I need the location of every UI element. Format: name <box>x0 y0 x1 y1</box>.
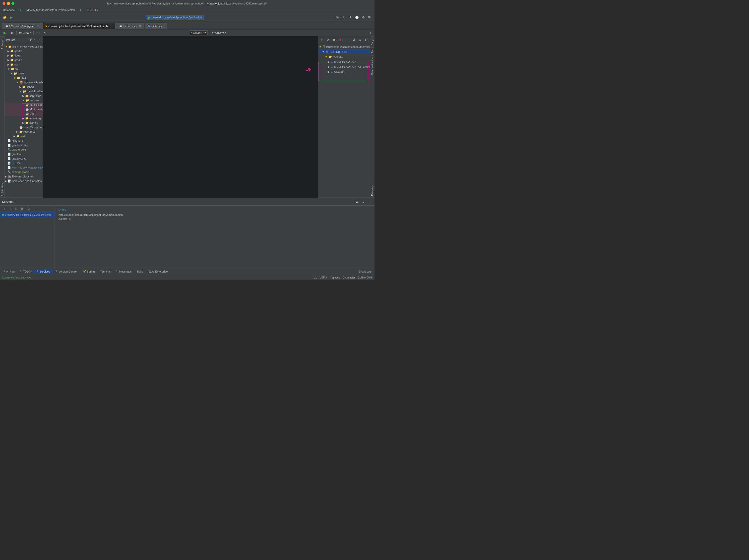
tab-close-server[interactable]: ✕ <box>139 25 141 27</box>
tree-test[interactable]: ▶ 📁 test <box>4 134 43 138</box>
tree-main[interactable]: ▼ 📁 main <box>4 71 43 76</box>
run-button[interactable]: ▶ <box>8 15 14 20</box>
bottom-tab-run[interactable]: 4: ▶ Run <box>1 269 17 274</box>
sidebar-close-icon[interactable]: − <box>37 38 41 42</box>
db-add-icon[interactable]: + <box>319 37 324 43</box>
right-tab-database[interactable]: Database <box>370 183 374 198</box>
maximize-button[interactable] <box>12 2 15 5</box>
vtab-project[interactable]: 1: Project <box>0 36 4 51</box>
bottom-tab-services[interactable]: 8: Services <box>34 269 52 274</box>
tree-multiplication[interactable]: ▼ 📁 multiplication <box>4 89 43 94</box>
tab-console[interactable]: ▶ console [jdbc:h2:tcp://localhost:9092/… <box>42 23 116 29</box>
sidebar-settings-icon[interactable]: ⚙ <box>28 38 33 42</box>
tree-java-version[interactable]: 📄 .java-version <box>4 143 43 147</box>
tree-gitignore[interactable]: 📄 .gitignore <box>4 138 43 143</box>
filter-icon[interactable]: ⊟ <box>367 30 372 36</box>
db-public[interactable]: ▼ 📂 PUBLIC <box>318 54 370 59</box>
tree-main-class[interactable]: ☕ LearnMicroservicesSpringboot <box>4 125 43 129</box>
tree-ext-libs[interactable]: ▶ 📚 External Libraries <box>4 174 43 179</box>
tree-gradlew[interactable]: 📄 gradlew <box>4 152 43 156</box>
info-tab[interactable]: ⓘ Info <box>58 207 371 211</box>
tab-close-console[interactable]: ✕ <box>110 25 112 27</box>
db-refresh-icon[interactable]: ↺ <box>325 37 331 43</box>
editor-content[interactable] <box>43 36 318 198</box>
svc-collapse-icon[interactable]: □ <box>1 206 6 211</box>
right-tab-cargo[interactable]: Cargo <box>370 36 374 47</box>
minimize-button[interactable] <box>7 2 10 5</box>
tree-java[interactable]: ▼ 📁 java <box>4 76 43 80</box>
tree-scratches[interactable]: ▶ 📝 Scratches and Consoles <box>4 179 43 183</box>
vtab-favorites[interactable]: 2: Favorites <box>0 181 4 198</box>
tree-gradle2[interactable]: ▶ 📁 gradle <box>4 58 43 62</box>
db-stop-icon[interactable]: ■ <box>338 37 343 43</box>
run-query-icon[interactable]: ▶ <box>2 30 7 36</box>
console-selector[interactable]: ■ console ▾ <box>212 31 226 35</box>
bottom-tab-build[interactable]: Build <box>134 269 145 274</box>
right-tab-bean-validation[interactable]: Bean Validation <box>370 55 374 77</box>
tree-repository[interactable]: ▶ 📁 repository <box>4 116 43 120</box>
tree-domain[interactable]: ▼ 📁 domain <box>4 98 43 103</box>
tree-multiplicationattempt-class[interactable]: ☕ MultiplicationAttempt <box>4 107 43 112</box>
tree-gradlew-bat[interactable]: 📄 gradlew.bat <box>4 156 43 161</box>
git-history-icon[interactable]: 🕐 <box>354 15 360 20</box>
tree-helpmd[interactable]: 📝 HELP.md <box>4 161 43 165</box>
db-jdbc-root[interactable]: ▼ 🗄 jdbc:h2:tcp://localhost:9092/mem:tes… <box>318 44 370 49</box>
tree-user-class[interactable]: ☕ User <box>4 112 43 116</box>
tree-config[interactable]: ▶ 📁 config <box>4 85 43 89</box>
tab-h2serverconfig[interactable]: ☕ H2ServerConfig.java ✕ <box>2 23 42 29</box>
db-settings-icon[interactable]: ⚙ <box>351 37 357 43</box>
tab-close-h2[interactable]: ✕ <box>37 25 39 27</box>
services-gear2-icon[interactable]: ≡ <box>361 199 366 205</box>
sidebar-layout-icon[interactable]: ≡ <box>33 38 37 42</box>
git-update-icon[interactable]: ⬇ <box>341 15 347 20</box>
svc-group-icon[interactable]: ⊞ <box>14 206 19 211</box>
tree-idea[interactable]: ▶ 📁 .idea <box>4 53 43 58</box>
db-sync-icon[interactable]: ⇄ <box>331 37 337 43</box>
redo-icon[interactable]: ↪ <box>43 30 48 36</box>
tree-controller[interactable]: ▶ 📁 controller <box>4 94 43 98</box>
db-filter-icon[interactable]: ⊟ <box>364 37 369 43</box>
bottom-tab-terminal[interactable]: Terminal <box>98 269 113 274</box>
tree-iml[interactable]: 📄 learn-microservices-springboot.iml <box>4 165 43 170</box>
tree-resources[interactable]: ▶ 📁 resources <box>4 129 43 134</box>
tree-gradle1[interactable]: ▶ 📁 gradle <box>4 49 43 53</box>
right-tab-ant[interactable]: Ant <box>370 47 374 55</box>
search-icon[interactable]: 🔍 <box>367 15 372 20</box>
bottom-tab-spring[interactable]: 🌱 Spring <box>81 269 98 274</box>
project-icon[interactable]: 📁 <box>2 15 7 20</box>
db-layout-icon[interactable]: ≡ <box>357 37 363 43</box>
bottom-tab-java-enterprise[interactable]: Java Enterprise <box>146 269 170 274</box>
tree-root[interactable]: ▼ 📁 learn-microservices-springboot ~/git… <box>4 44 43 49</box>
bottom-tab-event-log[interactable]: Event Log <box>356 269 373 274</box>
db-multiplication-table[interactable]: ▶ ⊞ MULTIPLICATION <box>318 59 370 64</box>
tab-database[interactable]: 🗄 Database <box>145 23 167 29</box>
tx-dropdown[interactable]: ▾ <box>30 31 31 34</box>
svc-filter-icon[interactable]: ▷ <box>20 206 25 211</box>
bottom-tab-todo[interactable]: 6: TODO <box>18 269 34 274</box>
svc-expand-icon[interactable]: ↕ <box>7 206 13 211</box>
bottom-tab-messages[interactable]: 0: Messages <box>113 269 134 274</box>
db-multiplication-attempt-table[interactable]: ▶ ⊞ MULTIPLICATION_ATTEMPT <box>318 64 370 69</box>
tree-multiplication-class[interactable]: ☕ Multiplication <box>4 103 43 107</box>
menu-jdbc[interactable]: jdbc:h2:tcp://localhost:9092/mem:testdb <box>26 8 76 12</box>
tree-settings-gradle[interactable]: 🔧 settings.gradle <box>4 170 43 174</box>
menu-database[interactable]: Database <box>2 8 16 12</box>
db-users-table[interactable]: ▶ ⊞ USERS <box>318 69 370 74</box>
git-push-icon[interactable]: ⬆ <box>348 15 353 20</box>
service-item-jdbc[interactable]: ■ jdbc:h2:tcp://localhost:9092/mem:testd… <box>0 212 55 218</box>
svc-more-icon[interactable]: ⋮ <box>32 206 38 211</box>
bottom-tab-vcs[interactable]: 9: Version Control <box>53 269 80 274</box>
svc-refresh-icon[interactable]: ↺ <box>26 206 31 211</box>
services-settings-icon[interactable]: ⚙ <box>354 199 360 205</box>
stop-icon[interactable]: ⏹ <box>9 30 15 36</box>
tree-src[interactable]: ▼ 📁 src <box>4 67 43 71</box>
schema-selector[interactable]: <schema> ▾ <box>189 30 208 35</box>
tree-out[interactable]: ▶ 📁 out <box>4 62 43 67</box>
run-app-button[interactable]: ▶ LearnMicroservicesSpringbootApplicatio… <box>146 15 204 20</box>
tree-build-gradle[interactable]: 🔧 build.gradle <box>4 147 43 152</box>
db-testdb[interactable]: ▼ 🏛 TESTDB 1 of 2 <box>318 49 370 54</box>
services-close-icon[interactable]: − <box>367 199 372 205</box>
tree-service[interactable]: ▶ 📁 service <box>4 120 43 125</box>
undo-icon[interactable]: ↩ <box>36 30 41 36</box>
close-button[interactable] <box>2 2 5 5</box>
